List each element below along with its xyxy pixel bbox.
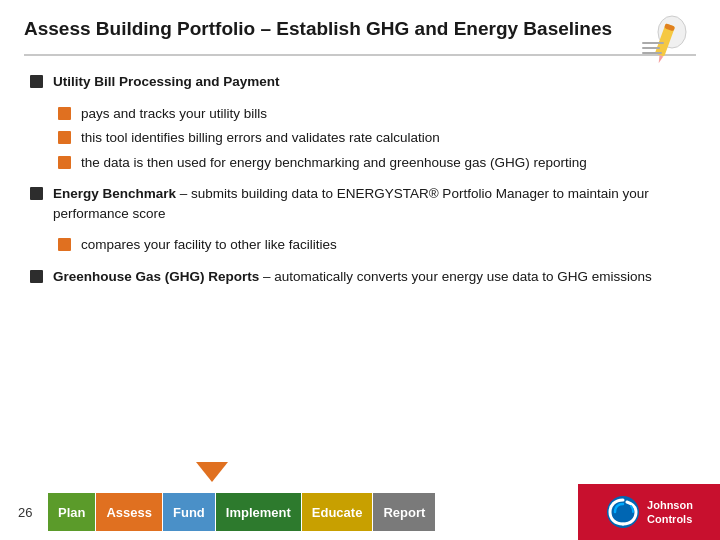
content-area: Utility Bill Processing and Payment pays…	[0, 56, 720, 303]
bullet-text-sub3: the data is then used for energy benchma…	[81, 153, 587, 173]
bullet-text-energy-sub1: compares your facility to other like fac…	[81, 235, 337, 255]
bullet-text-sub2: this tool identifies billing errors and …	[81, 128, 440, 148]
jc-logo-line1: Johnson	[647, 499, 693, 511]
bullet-bold-energy: Energy Benchmark	[53, 186, 176, 201]
svg-rect-4	[642, 42, 664, 44]
header: Assess Building Portfolio – Establish GH…	[0, 0, 720, 54]
bullet-icon-energy-sub1	[58, 238, 71, 251]
nav-assess[interactable]: Assess	[96, 493, 163, 531]
page-number: 26	[0, 505, 40, 520]
bullet-energy-sub1: compares your facility to other like fac…	[58, 235, 690, 255]
svg-rect-5	[642, 47, 660, 49]
bullet-text-energy: Energy Benchmark – submits building data…	[53, 184, 690, 223]
jc-logo-text: Johnson Controls	[647, 498, 693, 527]
nav-educate[interactable]: Educate	[302, 493, 374, 531]
bullet-energy: Energy Benchmark – submits building data…	[30, 184, 690, 223]
bullet-ghg: Greenhouse Gas (GHG) Reports – automatic…	[30, 267, 690, 287]
bullet-text-ghg: Greenhouse Gas (GHG) Reports – automatic…	[53, 267, 652, 287]
nav-fund[interactable]: Fund	[163, 493, 216, 531]
bullet-icon-sub2	[58, 131, 71, 144]
bullet-utility-sub3: the data is then used for energy benchma…	[58, 153, 690, 173]
bullet-text-utility: Utility Bill Processing and Payment	[53, 72, 280, 92]
footer: 26 Plan Assess Fund Implement Educate Re…	[0, 484, 720, 540]
bullet-icon-sub1	[58, 107, 71, 120]
bullet-icon-energy	[30, 187, 43, 200]
bullet-bold-ghg: Greenhouse Gas (GHG) Reports	[53, 269, 259, 284]
nav-plan[interactable]: Plan	[48, 493, 96, 531]
bullet-icon-ghg	[30, 270, 43, 283]
bullet-utility-sub2: this tool identifies billing errors and …	[58, 128, 690, 148]
nav-implement[interactable]: Implement	[216, 493, 302, 531]
assess-arrow-indicator	[196, 462, 228, 482]
slide: Assess Building Portfolio – Establish GH…	[0, 0, 720, 540]
svg-rect-6	[642, 52, 662, 54]
jc-swirl-icon	[605, 494, 641, 530]
bullet-utility: Utility Bill Processing and Payment	[30, 72, 690, 92]
jc-logo-line2: Controls	[647, 513, 692, 525]
bullet-utility-sub1: pays and tracks your utility bills	[58, 104, 690, 124]
bullet-bold-utility: Utility Bill Processing and Payment	[53, 74, 280, 89]
jc-logo: Johnson Controls	[578, 484, 720, 540]
page-title: Assess Building Portfolio – Establish GH…	[24, 18, 696, 40]
bullet-icon-utility	[30, 75, 43, 88]
bullet-icon-sub3	[58, 156, 71, 169]
nav-report[interactable]: Report	[373, 493, 435, 531]
bullet-text-sub1: pays and tracks your utility bills	[81, 104, 267, 124]
down-arrow-icon	[196, 462, 228, 482]
